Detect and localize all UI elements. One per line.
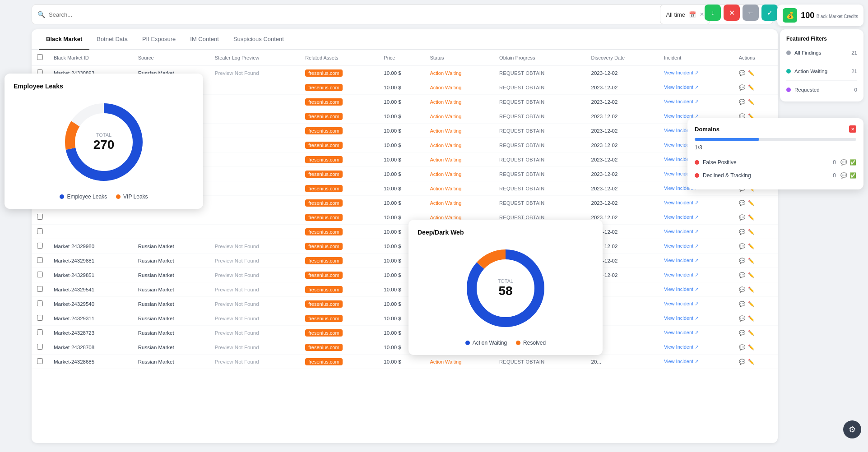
cell-incident[interactable]: View Incident ↗ bbox=[659, 268, 733, 282]
check-icon[interactable]: ✅ bbox=[849, 159, 856, 166]
cell-asset[interactable]: fresenius.com bbox=[300, 268, 378, 282]
cell-incident[interactable]: View Incident ↗ bbox=[659, 311, 733, 326]
comment-icon-2[interactable]: 💬 bbox=[840, 172, 847, 179]
tab-pii-exposure[interactable]: PII Exposure bbox=[135, 29, 183, 50]
cell-obtain[interactable]: REQUEST OBTAIN bbox=[494, 109, 586, 124]
cell-asset[interactable]: fresenius.com bbox=[300, 355, 378, 369]
settings-button[interactable]: ⚙ bbox=[843, 420, 861, 438]
date-filter[interactable]: All time 📅 ✕ bbox=[660, 5, 710, 24]
comment-action-icon[interactable]: 💬 bbox=[739, 200, 745, 206]
row-checkbox[interactable] bbox=[37, 214, 43, 220]
search-input[interactable] bbox=[49, 11, 767, 18]
row-checkbox[interactable] bbox=[37, 243, 43, 249]
comment-action-icon[interactable]: 💬 bbox=[739, 243, 745, 249]
cell-asset[interactable]: fresenius.com bbox=[300, 282, 378, 297]
comment-action-icon[interactable]: 💬 bbox=[739, 214, 745, 221]
edit-action-icon[interactable]: ✏️ bbox=[748, 84, 754, 91]
edit-action-icon[interactable]: ✏️ bbox=[748, 315, 754, 322]
cell-asset[interactable]: fresenius.com bbox=[300, 66, 378, 80]
cell-obtain[interactable]: REQUEST OBTAIN bbox=[494, 80, 586, 95]
comment-action-icon[interactable]: 💬 bbox=[739, 286, 745, 293]
cell-asset[interactable]: fresenius.com bbox=[300, 181, 378, 196]
cell-incident[interactable]: View Incident ↗ bbox=[659, 297, 733, 311]
row-checkbox[interactable] bbox=[37, 358, 43, 364]
domains-close-button[interactable]: ✕ bbox=[849, 125, 856, 133]
comment-action-icon[interactable]: 💬 bbox=[739, 301, 745, 307]
row-checkbox[interactable] bbox=[37, 257, 43, 263]
comment-action-icon[interactable]: 💬 bbox=[739, 258, 745, 264]
edit-action-icon[interactable]: ✏️ bbox=[748, 243, 754, 249]
filter-item-all-findings[interactable]: All Findings 21 bbox=[786, 47, 857, 58]
row-checkbox[interactable] bbox=[37, 300, 43, 306]
domain-filter-false-positive[interactable]: False Positive 0 💬 ✅ bbox=[695, 156, 856, 169]
filter-item-action-waiting[interactable]: Action Waiting 21 bbox=[786, 66, 857, 77]
cell-obtain[interactable]: REQUEST OBTAIN bbox=[494, 138, 586, 152]
row-checkbox[interactable] bbox=[37, 228, 43, 234]
row-checkbox[interactable] bbox=[37, 329, 43, 335]
tab-botnet-data[interactable]: Botnet Data bbox=[89, 29, 135, 50]
cell-incident[interactable]: View Incident ↗ bbox=[659, 80, 733, 95]
edit-action-icon[interactable]: ✏️ bbox=[748, 229, 754, 235]
delete-button[interactable]: ✕ bbox=[724, 5, 740, 21]
select-all-checkbox[interactable] bbox=[37, 54, 43, 60]
cell-asset[interactable]: fresenius.com bbox=[300, 196, 378, 210]
cell-asset[interactable]: fresenius.com bbox=[300, 239, 378, 254]
edit-action-icon[interactable]: ✏️ bbox=[748, 70, 754, 76]
row-checkbox[interactable] bbox=[37, 315, 43, 321]
back-button[interactable]: ← bbox=[743, 5, 759, 21]
cell-asset[interactable]: fresenius.com bbox=[300, 340, 378, 355]
comment-action-icon[interactable]: 💬 bbox=[739, 70, 745, 76]
cell-asset[interactable]: fresenius.com bbox=[300, 326, 378, 340]
cell-obtain[interactable]: REQUEST OBTAIN bbox=[494, 124, 586, 138]
cell-obtain[interactable]: REQUEST OBTAIN bbox=[494, 355, 586, 369]
cell-incident[interactable]: View Incident ↗ bbox=[659, 326, 733, 340]
cell-asset[interactable]: fresenius.com bbox=[300, 297, 378, 311]
cell-asset[interactable]: fresenius.com bbox=[300, 210, 378, 225]
row-checkbox[interactable] bbox=[37, 286, 43, 292]
cell-obtain[interactable]: REQUEST OBTAIN bbox=[494, 167, 586, 181]
comment-action-icon[interactable]: 💬 bbox=[739, 84, 745, 91]
comment-action-icon[interactable]: 💬 bbox=[739, 359, 745, 365]
cell-obtain[interactable]: REQUEST OBTAIN bbox=[494, 196, 586, 210]
filter-item-requested[interactable]: Requested 0 bbox=[786, 84, 857, 95]
cell-asset[interactable]: fresenius.com bbox=[300, 311, 378, 326]
cell-asset[interactable]: fresenius.com bbox=[300, 254, 378, 268]
comment-action-icon[interactable]: 💬 bbox=[739, 272, 745, 278]
edit-action-icon[interactable]: ✏️ bbox=[748, 286, 754, 293]
comment-action-icon[interactable]: 💬 bbox=[739, 229, 745, 235]
edit-action-icon[interactable]: ✏️ bbox=[748, 99, 754, 105]
cell-asset[interactable]: fresenius.com bbox=[300, 95, 378, 109]
comment-action-icon[interactable]: 💬 bbox=[739, 344, 745, 351]
cell-asset[interactable]: fresenius.com bbox=[300, 80, 378, 95]
cell-incident[interactable]: View Incident ↗ bbox=[659, 239, 733, 254]
comment-action-icon[interactable]: 💬 bbox=[739, 99, 745, 105]
cell-incident[interactable]: View Incident ↗ bbox=[659, 355, 733, 369]
comment-icon[interactable]: 💬 bbox=[840, 159, 847, 166]
tab-suspicious-content[interactable]: Suspicious Content bbox=[226, 29, 291, 50]
tab-im-content[interactable]: IM Content bbox=[183, 29, 226, 50]
check-icon-2[interactable]: ✅ bbox=[849, 172, 856, 179]
close-icon[interactable]: ✕ bbox=[700, 11, 704, 18]
comment-action-icon[interactable]: 💬 bbox=[739, 315, 745, 322]
cell-asset[interactable]: fresenius.com bbox=[300, 225, 378, 239]
cell-obtain[interactable]: REQUEST OBTAIN bbox=[494, 66, 586, 80]
cell-asset[interactable]: fresenius.com bbox=[300, 167, 378, 181]
cell-asset[interactable]: fresenius.com bbox=[300, 124, 378, 138]
edit-action-icon[interactable]: ✏️ bbox=[748, 272, 754, 278]
confirm-button[interactable]: ✓ bbox=[761, 5, 778, 21]
cell-incident[interactable]: View Incident ↗ bbox=[659, 254, 733, 268]
edit-action-icon[interactable]: ✏️ bbox=[748, 214, 754, 221]
download-button[interactable]: ↓ bbox=[705, 5, 721, 21]
edit-action-icon[interactable]: ✏️ bbox=[748, 200, 754, 206]
comment-action-icon[interactable]: 💬 bbox=[739, 330, 745, 336]
cell-incident[interactable]: View Incident ↗ bbox=[659, 66, 733, 80]
edit-action-icon[interactable]: ✏️ bbox=[748, 344, 754, 351]
tab-black-market[interactable]: Black Market bbox=[39, 29, 89, 50]
edit-action-icon[interactable]: ✏️ bbox=[748, 301, 754, 307]
cell-asset[interactable]: fresenius.com bbox=[300, 138, 378, 152]
row-checkbox[interactable] bbox=[37, 272, 43, 277]
cell-obtain[interactable]: REQUEST OBTAIN bbox=[494, 95, 586, 109]
cell-incident[interactable]: View Incident ↗ bbox=[659, 340, 733, 355]
cell-obtain[interactable]: REQUEST OBTAIN bbox=[494, 152, 586, 167]
cell-incident[interactable]: View Incident ↗ bbox=[659, 196, 733, 210]
